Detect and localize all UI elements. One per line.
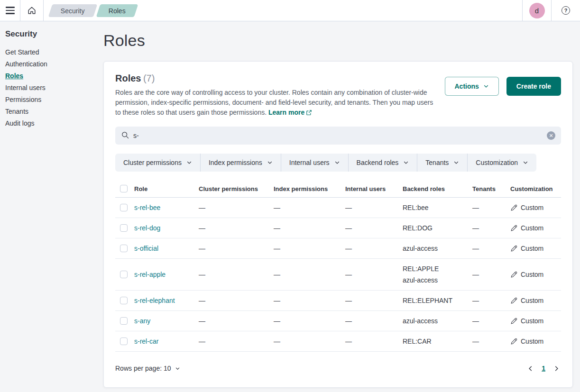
actions-button[interactable]: Actions xyxy=(445,77,499,96)
column-header-backend-roles: Backend roles xyxy=(399,185,469,192)
filter-customization[interactable]: Customization xyxy=(468,154,536,172)
role-link[interactable]: s-official xyxy=(134,245,158,252)
hamburger-icon xyxy=(6,7,15,14)
next-page-button[interactable] xyxy=(552,364,561,373)
cluster-permissions-cell: — xyxy=(195,297,270,304)
row-checkbox[interactable] xyxy=(120,224,128,232)
pencil-icon xyxy=(510,245,517,252)
learn-more-link[interactable]: Learn more xyxy=(268,109,304,116)
pencil-icon xyxy=(510,204,517,211)
role-link[interactable]: s-rel-bee xyxy=(134,204,160,211)
create-role-button[interactable]: Create role xyxy=(506,77,561,96)
filter-label: Cluster permissions xyxy=(123,159,182,166)
customization-cell: Custom xyxy=(506,245,561,252)
sidebar-item-roles[interactable]: Roles xyxy=(5,70,99,82)
previous-page-button[interactable] xyxy=(526,364,535,373)
panel-title: Roles xyxy=(115,73,141,83)
cluster-permissions-cell: — xyxy=(195,271,270,278)
search-icon xyxy=(121,131,129,139)
table-row: s-official———azul-access—Custom xyxy=(115,238,561,259)
cluster-permissions-cell: — xyxy=(195,317,270,325)
backend-role-value: REL:bee xyxy=(403,202,469,213)
cluster-permissions-cell: — xyxy=(195,224,270,232)
row-checkbox-cell xyxy=(115,271,130,278)
sidebar: Security Get StartedAuthenticationRolesI… xyxy=(0,21,103,129)
sidebar-item-authentication[interactable]: Authentication xyxy=(5,58,99,70)
customization-cell: Custom xyxy=(506,337,561,345)
breadcrumb-roles[interactable]: Roles xyxy=(96,4,138,17)
sidebar-item-get-started[interactable]: Get Started xyxy=(5,46,99,58)
row-checkbox-cell xyxy=(115,297,130,304)
rows-per-page-button[interactable]: Rows per page: 10 xyxy=(115,365,180,372)
row-checkbox-cell xyxy=(115,317,130,325)
filter-index-permissions[interactable]: Index permissions xyxy=(201,154,281,172)
backend-roles-cell: REL:ELEPHANT xyxy=(399,295,469,306)
row-checkbox-cell xyxy=(115,337,130,345)
customization-cell: Custom xyxy=(506,224,561,232)
customization-cell: Custom xyxy=(506,271,561,278)
row-checkbox-cell xyxy=(115,204,130,211)
row-checkbox[interactable] xyxy=(120,271,128,278)
internal-users-cell: — xyxy=(341,297,399,304)
sidebar-title: Security xyxy=(5,29,99,39)
role-link[interactable]: s-rel-dog xyxy=(134,224,160,232)
row-checkbox[interactable] xyxy=(120,337,128,345)
avatar[interactable]: d xyxy=(529,3,545,18)
row-checkbox[interactable] xyxy=(120,204,128,211)
chevron-down-icon xyxy=(334,160,340,165)
sidebar-item-audit-logs[interactable]: Audit logs xyxy=(5,118,99,129)
column-header-customization: Customization xyxy=(506,185,561,192)
backend-role-value: azul-access xyxy=(403,315,469,327)
row-checkbox[interactable] xyxy=(120,297,128,304)
home-icon xyxy=(27,6,37,15)
help-icon[interactable]: ? xyxy=(562,6,570,15)
filter-label: Customization xyxy=(476,159,518,166)
backend-role-value: azul-access xyxy=(403,243,469,254)
row-checkbox-cell xyxy=(115,224,130,232)
customization-label: Custom xyxy=(521,204,543,211)
column-header-role: Role xyxy=(130,185,195,192)
filter-label: Tenants xyxy=(425,159,449,166)
search-input[interactable] xyxy=(115,127,561,145)
home-button[interactable] xyxy=(20,0,43,21)
menu-toggle-button[interactable] xyxy=(0,0,20,21)
role-link[interactable]: s-rel-car xyxy=(134,337,158,345)
select-all-checkbox[interactable] xyxy=(120,185,128,192)
table-body: s-rel-bee———REL:bee—Customs-rel-dog———RE… xyxy=(115,198,561,352)
tenants-cell: — xyxy=(469,245,506,252)
role-link[interactable]: s-rel-apple xyxy=(134,271,166,278)
clear-search-button[interactable]: ✕ xyxy=(547,131,555,140)
filter-internal-users[interactable]: Internal users xyxy=(281,154,349,172)
cluster-permissions-cell: — xyxy=(195,245,270,252)
roles-panel: Roles (7) Roles are the core way of cont… xyxy=(103,61,573,388)
backend-role-value: REL:CAR xyxy=(403,336,469,347)
external-link-icon xyxy=(306,109,312,116)
role-link[interactable]: s-any xyxy=(134,317,150,325)
backend-roles-cell: REL:APPLEazul-access xyxy=(399,263,469,286)
row-checkbox[interactable] xyxy=(120,245,128,252)
role-link[interactable]: s-rel-elephant xyxy=(134,297,175,304)
column-header-index-permissions: Index permissions xyxy=(270,185,341,192)
filter-backend-roles[interactable]: Backend roles xyxy=(349,154,418,172)
index-permissions-cell: — xyxy=(270,297,341,304)
backend-roles-cell: azul-access xyxy=(399,243,469,254)
table-row: s-rel-elephant———REL:ELEPHANT—Custom xyxy=(115,291,561,311)
sidebar-item-internal-users[interactable]: Internal users xyxy=(5,82,99,94)
role-cell: s-official xyxy=(130,245,195,252)
sidebar-item-permissions[interactable]: Permissions xyxy=(5,94,99,106)
internal-users-cell: — xyxy=(341,337,399,345)
chevron-down-icon xyxy=(483,83,489,89)
table-row: s-rel-bee———REL:bee—Custom xyxy=(115,198,561,218)
chevron-down-icon xyxy=(186,160,192,165)
page-number[interactable]: 1 xyxy=(542,365,545,372)
breadcrumb-security[interactable]: Security xyxy=(48,4,97,17)
filter-tenants[interactable]: Tenants xyxy=(417,154,468,172)
table-row: s-any———azul-access—Custom xyxy=(115,311,561,331)
filter-cluster-permissions[interactable]: Cluster permissions xyxy=(115,154,201,172)
role-cell: s-rel-elephant xyxy=(130,297,195,304)
customization-cell: Custom xyxy=(506,204,561,211)
customization-cell: Custom xyxy=(506,297,561,304)
row-checkbox[interactable] xyxy=(120,317,128,325)
sidebar-item-tenants[interactable]: Tenants xyxy=(5,106,99,118)
pencil-icon xyxy=(510,225,517,232)
